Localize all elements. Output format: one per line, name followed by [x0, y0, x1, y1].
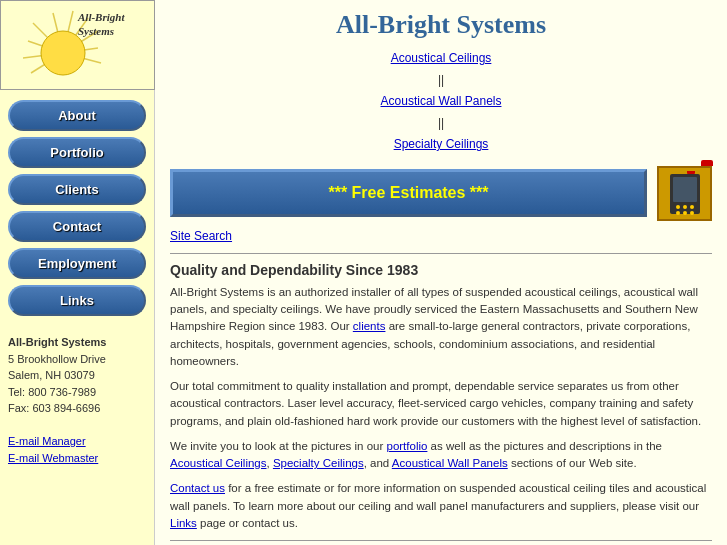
sidebar-item-portfolio[interactable]: Portfolio	[8, 137, 146, 168]
acoustical-ceilings-link[interactable]: Acoustical Ceilings	[391, 51, 492, 65]
svg-point-10	[41, 31, 85, 75]
address2: Salem, NH 03079	[8, 369, 95, 381]
page-title: All-Bright Systems	[170, 10, 712, 40]
sidebar-item-clients[interactable]: Clients	[8, 174, 146, 205]
specialty-ceilings-link[interactable]: Specialty Ceilings	[394, 137, 489, 151]
email-manager-link[interactable]: E-mail Manager	[8, 435, 86, 447]
svg-text:Systems: Systems	[78, 25, 114, 37]
nav-sep-1: ||	[170, 70, 712, 92]
svg-point-19	[676, 211, 680, 215]
clients-link[interactable]: clients	[353, 320, 386, 332]
sidebar-item-about[interactable]: About	[8, 100, 146, 131]
svg-point-16	[676, 205, 680, 209]
portfolio-link[interactable]: portfolio	[386, 440, 427, 452]
paragraph-4: Contact us for a free estimate or for mo…	[170, 480, 712, 532]
contact-info: All-Bright Systems 5 Brookhollow Drive S…	[0, 326, 154, 474]
fax: Fax: 603 894-6696	[8, 402, 100, 414]
phone-device-svg	[665, 171, 705, 216]
site-search-link[interactable]: Site Search	[170, 229, 232, 243]
acoustical-wall-panels-link-2[interactable]: Acoustical Wall Panels	[392, 457, 508, 469]
divider-2	[170, 540, 712, 541]
acoustical-wall-panels-link[interactable]: Acoustical Wall Panels	[381, 94, 502, 108]
main-content: All-Bright Systems Acoustical Ceilings |…	[155, 0, 727, 545]
site-search: Site Search	[170, 229, 712, 243]
sidebar-item-employment[interactable]: Employment	[8, 248, 146, 279]
sidebar-item-links[interactable]: Links	[8, 285, 146, 316]
sidebar-item-contact[interactable]: Contact	[8, 211, 146, 242]
logo-svg: All-Bright Systems	[13, 3, 143, 88]
paragraph-1: All-Bright Systems is an authorized inst…	[170, 284, 712, 370]
acoustical-ceilings-link-2[interactable]: Acoustical Ceilings	[170, 457, 267, 469]
top-nav-links: Acoustical Ceilings || Acoustical Wall P…	[170, 48, 712, 156]
links-link[interactable]: Links	[170, 517, 197, 529]
nav-buttons: About Portfolio Clients Contact Employme…	[0, 90, 154, 326]
free-estimates-button[interactable]: *** Free Estimates ***	[170, 169, 647, 217]
phone-icon	[657, 166, 712, 221]
company-name: All-Bright Systems	[8, 336, 106, 348]
paragraph-3: We invite you to look at the pictures in…	[170, 438, 712, 473]
svg-rect-13	[687, 171, 695, 174]
contact-us-link[interactable]: Contact us	[170, 482, 225, 494]
paragraph-2: Our total commitment to quality installa…	[170, 378, 712, 430]
tel: Tel: 800 736-7989	[8, 386, 96, 398]
logo-area: All-Bright Systems	[0, 0, 155, 90]
svg-point-17	[683, 205, 687, 209]
sidebar: All-Bright Systems About Portfolio Clien…	[0, 0, 155, 545]
banner-area: *** Free Estimates ***	[170, 166, 712, 221]
svg-point-20	[683, 211, 687, 215]
svg-rect-15	[673, 177, 697, 202]
address1: 5 Brookhollow Drive	[8, 353, 106, 365]
nav-sep-2: ||	[170, 113, 712, 135]
divider-1	[170, 253, 712, 254]
svg-point-21	[690, 211, 694, 215]
section-title: Quality and Dependability Since 1983	[170, 262, 712, 278]
email-webmaster-link[interactable]: E-mail Webmaster	[8, 452, 98, 464]
svg-text:All-Bright: All-Bright	[77, 11, 125, 23]
svg-point-18	[690, 205, 694, 209]
specialty-ceilings-link-2[interactable]: Specialty Ceilings	[273, 457, 364, 469]
